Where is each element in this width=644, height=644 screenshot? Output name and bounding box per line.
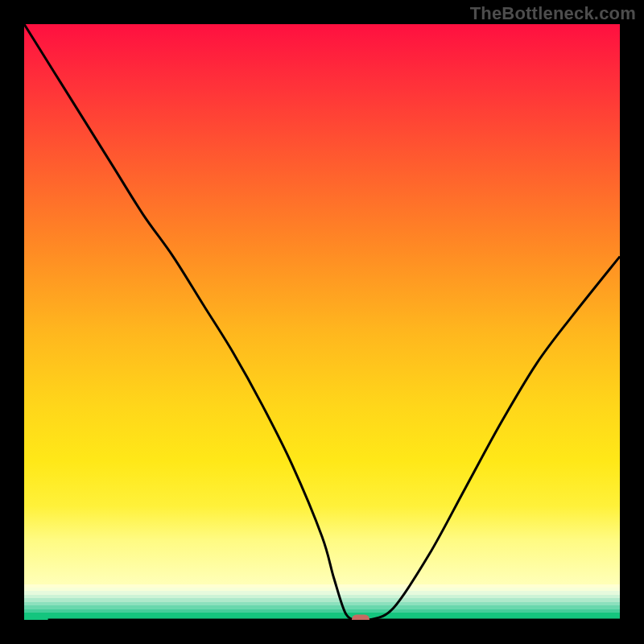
- watermark-text: TheBottleneck.com: [470, 3, 636, 24]
- plot-area: [24, 24, 620, 620]
- curve-layer: [24, 24, 620, 620]
- minimum-marker: [352, 615, 369, 621]
- bottleneck-curve: [24, 24, 620, 620]
- chart-canvas: TheBottleneck.com: [0, 0, 644, 644]
